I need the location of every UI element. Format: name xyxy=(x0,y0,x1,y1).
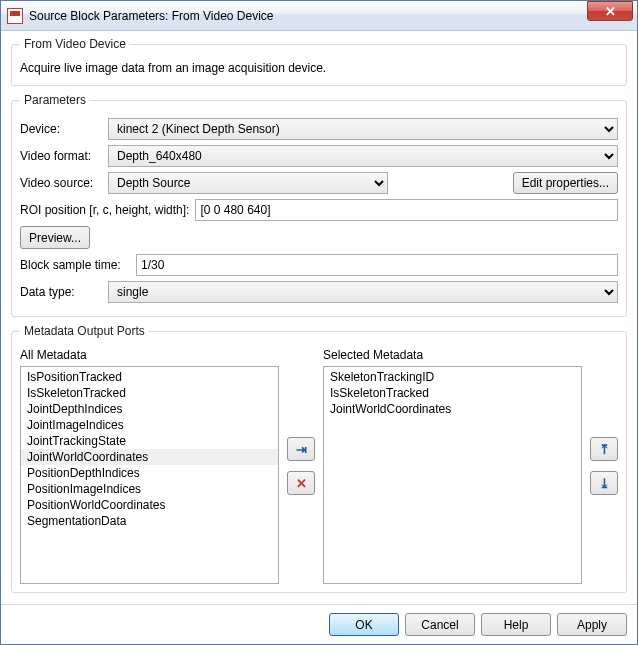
app-icon xyxy=(7,8,23,24)
video-format-label: Video format: xyxy=(20,149,102,163)
video-source-select[interactable]: Depth Source xyxy=(108,172,388,194)
arrow-right-icon: ⇥ xyxy=(296,442,307,457)
add-button[interactable]: ⇥ xyxy=(287,437,315,461)
list-item[interactable]: JointImageIndices xyxy=(21,417,278,433)
x-icon: ✕ xyxy=(296,476,307,491)
preview-button[interactable]: Preview... xyxy=(20,226,90,249)
list-item[interactable]: JointTrackingState xyxy=(21,433,278,449)
list-item[interactable]: SkeletonTrackingID xyxy=(324,369,581,385)
list-item[interactable]: JointDepthIndices xyxy=(21,401,278,417)
video-source-label: Video source: xyxy=(20,176,102,190)
parameters-group-title: Parameters xyxy=(20,93,90,107)
content-area: From Video Device Acquire live image dat… xyxy=(1,31,637,604)
list-item[interactable]: IsSkeletonTracked xyxy=(324,385,581,401)
header-description: Acquire live image data from an image ac… xyxy=(20,61,618,75)
metadata-group-title: Metadata Output Ports xyxy=(20,324,149,338)
all-metadata-column: All Metadata IsPositionTrackedIsSkeleton… xyxy=(20,348,279,584)
list-item[interactable]: JointWorldCoordinates xyxy=(324,401,581,417)
dialog-window: Source Block Parameters: From Video Devi… xyxy=(0,0,638,645)
video-format-select[interactable]: Depth_640x480 xyxy=(108,145,618,167)
data-type-label: Data type: xyxy=(20,285,102,299)
ok-button[interactable]: OK xyxy=(329,613,399,636)
roi-label: ROI position [r, c, height, width]: xyxy=(20,203,189,217)
list-item[interactable]: PositionWorldCoordinates xyxy=(21,497,278,513)
all-metadata-label: All Metadata xyxy=(20,348,279,362)
window-title: Source Block Parameters: From Video Devi… xyxy=(29,9,587,23)
block-sample-label: Block sample time: xyxy=(20,258,130,272)
block-sample-input[interactable] xyxy=(136,254,618,276)
edit-properties-button[interactable]: Edit properties... xyxy=(513,172,618,194)
reorder-buttons: ⤒ ⤓ xyxy=(590,348,618,584)
close-button[interactable]: ✕ xyxy=(587,1,633,21)
close-icon: ✕ xyxy=(605,4,616,19)
all-metadata-listbox[interactable]: IsPositionTrackedIsSkeletonTrackedJointD… xyxy=(20,366,279,584)
list-item[interactable]: SegmentationData xyxy=(21,513,278,529)
remove-button[interactable]: ✕ xyxy=(287,471,315,495)
data-type-select[interactable]: single xyxy=(108,281,618,303)
apply-button[interactable]: Apply xyxy=(557,613,627,636)
selected-metadata-listbox[interactable]: SkeletonTrackingIDIsSkeletonTrackedJoint… xyxy=(323,366,582,584)
help-button[interactable]: Help xyxy=(481,613,551,636)
selected-metadata-label: Selected Metadata xyxy=(323,348,582,362)
list-item[interactable]: IsPositionTracked xyxy=(21,369,278,385)
footer: OK Cancel Help Apply xyxy=(1,604,637,644)
header-group-title: From Video Device xyxy=(20,37,130,51)
arrow-down-icon: ⤓ xyxy=(599,476,610,491)
header-group: From Video Device Acquire live image dat… xyxy=(11,37,627,86)
titlebar: Source Block Parameters: From Video Devi… xyxy=(1,1,637,31)
cancel-button[interactable]: Cancel xyxy=(405,613,475,636)
transfer-buttons: ⇥ ✕ xyxy=(287,348,315,584)
selected-metadata-column: Selected Metadata SkeletonTrackingIDIsSk… xyxy=(323,348,582,584)
parameters-group: Parameters Device: kinect 2 (Kinect Dept… xyxy=(11,93,627,317)
device-select[interactable]: kinect 2 (Kinect Depth Sensor) xyxy=(108,118,618,140)
roi-input[interactable] xyxy=(195,199,618,221)
move-down-button[interactable]: ⤓ xyxy=(590,471,618,495)
list-item[interactable]: PositionDepthIndices xyxy=(21,465,278,481)
metadata-group: Metadata Output Ports All Metadata IsPos… xyxy=(11,324,627,593)
list-item[interactable]: JointWorldCoordinates xyxy=(21,449,278,465)
device-label: Device: xyxy=(20,122,102,136)
list-item[interactable]: PositionImageIndices xyxy=(21,481,278,497)
list-item[interactable]: IsSkeletonTracked xyxy=(21,385,278,401)
move-up-button[interactable]: ⤒ xyxy=(590,437,618,461)
arrow-up-icon: ⤒ xyxy=(599,442,610,457)
